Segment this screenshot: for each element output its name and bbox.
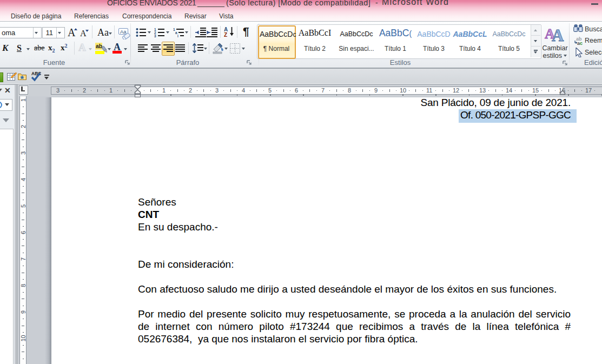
svg-text:A: A bbox=[552, 26, 564, 42]
svg-text:c: c bbox=[580, 41, 583, 45]
svg-text:Aa: Aa bbox=[120, 29, 127, 35]
svg-text:Z: Z bbox=[224, 32, 227, 38]
svg-text:i: i bbox=[177, 34, 178, 37]
svg-text:ab: ab bbox=[96, 43, 102, 49]
svg-text:3: 3 bbox=[154, 34, 156, 37]
